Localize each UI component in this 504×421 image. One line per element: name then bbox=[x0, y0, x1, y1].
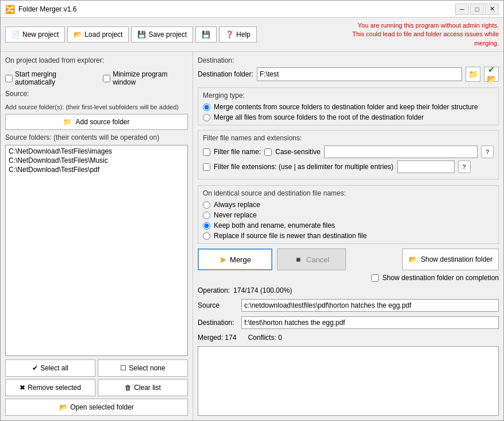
cancel-icon: ◾ bbox=[294, 255, 303, 264]
cancel-label: Cancel bbox=[306, 255, 329, 264]
app-icon: 🔀 bbox=[5, 5, 15, 14]
remove-selected-button[interactable]: ✖ Remove selected bbox=[5, 379, 95, 396]
new-project-icon: 📄 bbox=[11, 30, 20, 39]
keep-both-label[interactable]: Keep both and rename, enumerate files bbox=[203, 221, 494, 229]
browse-folder-button[interactable]: 📁 bbox=[465, 67, 480, 82]
start-merging-checkbox-label[interactable]: Start merging automatically bbox=[5, 70, 94, 86]
add-source-icon: 📁 bbox=[63, 118, 72, 126]
close-button[interactable]: ✕ bbox=[485, 3, 499, 15]
load-project-icon: 📂 bbox=[74, 30, 82, 39]
operation-row: Operation: 174/174 (100.00%) bbox=[198, 286, 499, 294]
merge-option2-label[interactable]: Merge all files from source folders to t… bbox=[203, 113, 494, 121]
save-button[interactable]: 💾 bbox=[195, 26, 217, 43]
clear-list-label: Clear list bbox=[134, 384, 161, 392]
browse-folder-icon: 📁 bbox=[468, 70, 478, 79]
new-project-button[interactable]: 📄 New project bbox=[5, 26, 65, 43]
merging-type-section: Merging type: Merge contents from source… bbox=[198, 87, 499, 125]
load-project-button[interactable]: 📂 Load project bbox=[67, 26, 129, 43]
start-merging-checkbox[interactable] bbox=[5, 75, 13, 82]
show-destination-button[interactable]: 📂 Show destination folder bbox=[402, 248, 499, 270]
alert-line1: You are running this program without adm… bbox=[326, 21, 499, 30]
replace-newer-label[interactable]: Replace if source file is newer than des… bbox=[203, 232, 494, 240]
filter-name-checkbox[interactable] bbox=[203, 148, 210, 156]
dest-folder-input[interactable] bbox=[257, 67, 462, 81]
right-panel: Destination: Destination folder: 📁 ✔📂 Me… bbox=[193, 52, 503, 420]
help-icon: ❓ bbox=[225, 30, 234, 39]
open-folder-icon: 📂 bbox=[59, 403, 68, 411]
filter-name-input[interactable] bbox=[324, 146, 478, 158]
clear-list-icon: 🗑 bbox=[125, 384, 132, 392]
dest-path-input[interactable] bbox=[241, 316, 499, 329]
dest-path-label: Destination: bbox=[198, 319, 238, 327]
clear-list-button[interactable]: 🗑 Clear list bbox=[98, 379, 188, 396]
help-button[interactable]: ❓ Help bbox=[219, 26, 257, 43]
remove-selected-icon: ✖ bbox=[20, 384, 25, 392]
save-project-label: Save project bbox=[148, 30, 187, 39]
replace-newer-text: Replace if source file is newer than des… bbox=[214, 232, 367, 240]
open-selected-label: Open selected folder bbox=[70, 403, 134, 411]
open-dest-folder-button[interactable]: ✔📂 bbox=[484, 67, 499, 82]
open-selected-folder-button[interactable]: 📂 Open selected folder bbox=[5, 399, 188, 416]
never-replace-radio[interactable] bbox=[203, 212, 210, 219]
save-project-icon: 💾 bbox=[137, 30, 146, 39]
minimize-checkbox-label[interactable]: Minimize program window bbox=[103, 70, 188, 86]
stats-row: Merged: 174 Conflicts: 0 bbox=[198, 334, 499, 342]
select-none-button[interactable]: ☐ Select none bbox=[98, 359, 188, 377]
always-replace-radio[interactable] bbox=[203, 201, 210, 209]
cancel-button[interactable]: ◾ Cancel bbox=[277, 248, 346, 270]
show-dest-icon: 📂 bbox=[409, 255, 417, 263]
never-replace-label[interactable]: Never replace bbox=[203, 211, 494, 219]
filter-ext-row: Filter file extensions: (use | as delimi… bbox=[203, 160, 494, 173]
save-project-button[interactable]: 💾 Save project bbox=[131, 26, 193, 43]
title-bar-controls: ─ □ ✕ bbox=[455, 3, 499, 15]
destination-section-label: Destination: bbox=[198, 56, 499, 64]
maximize-button[interactable]: □ bbox=[470, 3, 484, 15]
destination-section: Destination: Destination folder: 📁 ✔📂 bbox=[198, 56, 499, 82]
merge-option1-radio[interactable] bbox=[203, 104, 210, 111]
list-item[interactable]: C:\NetDownload\TestFiles\pdf bbox=[7, 165, 186, 174]
window-title: Folder Merger v1.6 bbox=[18, 5, 76, 13]
help-label: Help bbox=[236, 30, 251, 39]
merge-option1-label[interactable]: Merge contents from source folders to de… bbox=[203, 103, 494, 111]
case-sensitive-label: Case-sensitive bbox=[275, 148, 321, 156]
list-item[interactable]: C:\NetDownload\TestFiles\images bbox=[7, 147, 186, 156]
log-box[interactable] bbox=[198, 346, 499, 416]
show-dest-completion-label: Show destination folder on completion bbox=[382, 274, 499, 282]
show-dest-completion-checkbox[interactable] bbox=[371, 274, 379, 282]
merge-label: Merge bbox=[230, 255, 251, 264]
select-none-icon: ☐ bbox=[120, 364, 126, 372]
main-window: 🔀 Folder Merger v1.6 ─ □ ✕ 📄 New project… bbox=[0, 0, 504, 421]
select-all-button[interactable]: ✔ Select all bbox=[5, 359, 95, 377]
merged-label: Merged: 174 bbox=[198, 334, 236, 342]
keep-both-radio[interactable] bbox=[203, 222, 210, 229]
filter-ext-help-button[interactable]: ? bbox=[458, 160, 471, 173]
never-replace-text: Never replace bbox=[214, 211, 257, 219]
show-dest-label: Show destination folder bbox=[421, 255, 493, 263]
filter-ext-checkbox[interactable] bbox=[203, 163, 210, 171]
operation-label: Operation: bbox=[198, 286, 230, 294]
merge-button[interactable]: ➤ Merge bbox=[198, 248, 272, 270]
replace-newer-radio[interactable] bbox=[203, 232, 210, 240]
filter-name-row: Filter file name: Case-sensitive ? bbox=[203, 146, 494, 158]
merging-type-label: Merging type: bbox=[203, 91, 494, 99]
floppy-icon: 💾 bbox=[202, 30, 210, 39]
filter-name-label: Filter file name: bbox=[214, 148, 261, 156]
add-source-folder-button[interactable]: 📁 Add source folder bbox=[5, 114, 188, 130]
list-item[interactable]: C:\NetDownload\TestFiles\Music bbox=[7, 156, 186, 165]
source-path-row: Source bbox=[198, 299, 499, 312]
source-path-input[interactable] bbox=[241, 299, 499, 312]
source-folders-listbox[interactable]: C:\NetDownload\TestFiles\imagesC:\NetDow… bbox=[5, 145, 188, 356]
dest-path-row: Destination: bbox=[198, 316, 499, 329]
dest-folder-label: Destination folder: bbox=[198, 70, 253, 78]
minimize-button[interactable]: ─ bbox=[455, 3, 469, 15]
filter-name-help-button[interactable]: ? bbox=[481, 146, 494, 158]
filter-label: Filter file names and extensions: bbox=[203, 134, 494, 142]
select-all-label: Select all bbox=[40, 364, 68, 372]
always-replace-label[interactable]: Always replace bbox=[203, 201, 494, 209]
merge-option2-radio[interactable] bbox=[203, 114, 210, 121]
minimize-checkbox[interactable] bbox=[103, 75, 110, 82]
new-project-label: New project bbox=[22, 30, 59, 39]
remove-selected-label: Remove selected bbox=[28, 384, 81, 392]
case-sensitive-checkbox[interactable] bbox=[264, 148, 272, 156]
filter-ext-input[interactable] bbox=[397, 160, 455, 173]
